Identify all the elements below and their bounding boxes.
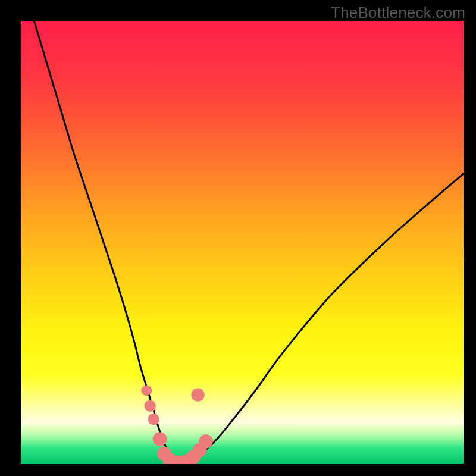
chart-frame: TheBottleneck.com	[0, 0, 476, 476]
data-marker	[145, 400, 156, 412]
plot-area	[21, 21, 464, 464]
data-marker	[148, 414, 159, 425]
data-marker	[191, 389, 204, 402]
watermark-text: TheBottleneck.com	[331, 4, 465, 22]
data-marker	[141, 385, 152, 396]
data-marker	[153, 432, 167, 446]
data-markers	[21, 21, 464, 464]
data-marker	[199, 434, 213, 449]
